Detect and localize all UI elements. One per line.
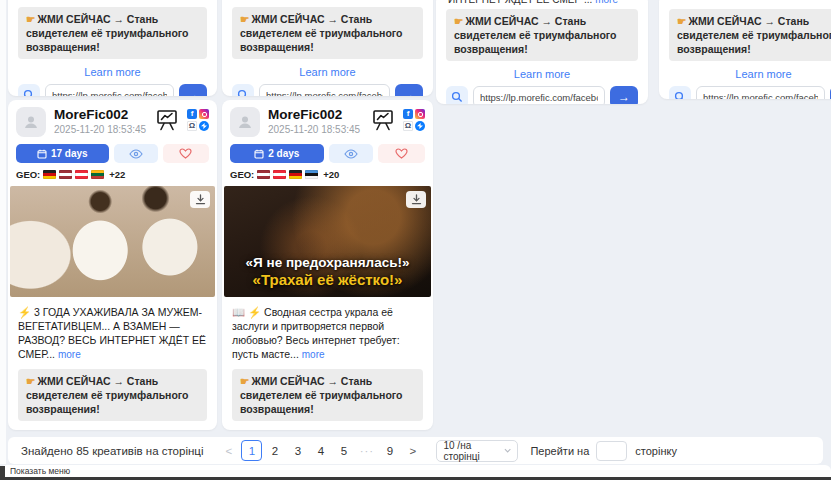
creative-image: «Я не предохранялась!» «Трахай её жёстко… <box>224 186 431 297</box>
search-icon[interactable] <box>232 84 254 96</box>
ad-headline: ☛ЖМИ СЕЙЧАС → Стань свидетелем её триумф… <box>18 369 207 421</box>
arrow-right-icon: → <box>403 88 415 96</box>
goto-page-input[interactable] <box>596 441 627 461</box>
goto-page-suffix: сторінку <box>635 445 677 457</box>
creative-image <box>10 186 215 297</box>
arrow-right-icon: → <box>187 88 199 96</box>
creative-card-2: MoreFic002 2025-11-20 18:53:45 f Ω 2 day… <box>222 100 433 430</box>
advertiser-name: MoreFic002 <box>268 107 371 122</box>
more-link[interactable]: more <box>58 349 81 360</box>
flag-at-icon <box>75 170 88 179</box>
advertiser-name: MoreFic002 <box>54 107 155 122</box>
download-image-button[interactable] <box>190 191 210 208</box>
landing-url-row: → <box>446 86 638 104</box>
bottom-menu-bar: Показать меню <box>0 465 831 477</box>
favorite-button[interactable] <box>378 144 425 163</box>
book-lightning-icon: 📖 ⚡ <box>232 306 261 318</box>
audience-network-icon: Ω <box>403 121 413 131</box>
geo-extra-count: +20 <box>323 169 339 180</box>
flag-at-icon <box>273 170 286 179</box>
ad-headline: ☛ЖМИ СЕЙЧАС → Стань свидетелем её триумф… <box>18 7 207 59</box>
more-pages-button[interactable]: ··· <box>356 440 377 461</box>
prev-page-button[interactable]: < <box>218 440 239 461</box>
geo-label: GEO: <box>16 169 40 180</box>
landing-url-row: → <box>669 86 831 99</box>
ad-headline: ☛ЖМИ СЕЙЧАС → Стань свидетелем её триумф… <box>446 9 638 61</box>
creative-datetime: 2025-11-20 18:53:45 <box>268 124 371 135</box>
search-icon[interactable] <box>669 86 691 99</box>
instagram-icon <box>199 109 209 119</box>
calendar-icon <box>37 149 47 159</box>
results-count: Знайдено 85 креативів на сторінці <box>21 445 203 457</box>
page-4-button[interactable]: 4 <box>310 440 331 461</box>
page-5-button[interactable]: 5 <box>333 440 354 461</box>
messenger-icon <box>415 121 425 131</box>
arrow-right-icon: → <box>618 90 630 104</box>
avatar <box>230 107 260 137</box>
ad-headline: ☛ЖМИ СЕЙЧАС → Стань свидетелем её триумф… <box>232 7 423 59</box>
advertiser-row: MoreFic002 2025-11-20 18:53:45 f Ω <box>8 100 217 137</box>
ad-headline: ☛ЖМИ СЕЙЧАС → Стань свидетелем её триумф… <box>669 9 831 61</box>
open-url-button[interactable]: → <box>610 86 638 104</box>
active-days-button[interactable]: 17 days <box>16 144 109 163</box>
facebook-icon: f <box>403 109 413 119</box>
landing-url-input[interactable] <box>473 86 605 104</box>
creative-datetime: 2025-11-20 18:53:45 <box>54 124 155 135</box>
more-link[interactable]: more <box>595 0 618 5</box>
clipped-text <box>671 0 831 6</box>
page-3-button[interactable]: 3 <box>287 440 308 461</box>
learn-more-link[interactable]: Learn more <box>8 66 217 78</box>
page-size-select[interactable]: 10 /на сторінці <box>436 440 518 462</box>
geo-label: GEO: <box>230 169 254 180</box>
page-2-button[interactable]: 2 <box>264 440 285 461</box>
learn-more-link[interactable]: Learn more <box>222 66 433 78</box>
learn-more-link[interactable]: Learn more <box>436 68 648 80</box>
landing-url-row: → <box>232 84 423 96</box>
ad-headline: ☛ЖМИ СЕЙЧАС → Стань свидетелем её триумф… <box>232 369 423 421</box>
preview-button[interactable] <box>114 144 158 163</box>
avatar <box>16 107 46 137</box>
open-url-button[interactable]: → <box>395 84 423 96</box>
presentation-chart-icon[interactable] <box>371 109 395 135</box>
collapsed-sidebar <box>0 0 6 464</box>
preview-button[interactable] <box>329 144 374 163</box>
clipped-text: ИНТЕРНЕТ ЖДЁТ ЕЁ СМЕР ...more <box>448 0 636 6</box>
active-days-button[interactable]: 2 days <box>230 144 324 163</box>
learn-more-link[interactable]: Learn more <box>659 68 831 80</box>
pointing-hand-icon: ☛ <box>240 375 249 387</box>
show-menu-button[interactable]: Показать меню <box>10 466 70 476</box>
next-page-button[interactable]: > <box>402 440 423 461</box>
more-link[interactable]: more <box>302 349 325 360</box>
search-icon[interactable] <box>18 84 40 96</box>
facebook-icon: f <box>187 109 197 119</box>
heart-icon <box>179 148 192 159</box>
favorite-button[interactable] <box>163 144 209 163</box>
image-overlay-text: «Я не предохранялась!» «Трахай её жёстко… <box>224 254 431 289</box>
flag-lv-icon <box>59 170 72 179</box>
landing-url-row: → <box>18 84 207 96</box>
eye-icon <box>344 149 358 159</box>
pointing-hand-icon: ☛ <box>677 15 686 27</box>
clipped-text <box>234 0 421 4</box>
page-1-button[interactable]: 1 <box>241 440 262 461</box>
geo-flags <box>43 170 104 179</box>
learn-more-link[interactable]: Learn more <box>8 428 217 430</box>
platforms: f Ω <box>187 109 209 131</box>
presentation-chart-icon[interactable] <box>155 109 179 135</box>
platforms: f Ω <box>403 109 425 131</box>
pagination-bar: Знайдено 85 креативів на сторінці < 1 2 … <box>8 437 823 464</box>
landing-url-input[interactable] <box>45 84 174 96</box>
page-9-button[interactable]: 9 <box>379 440 400 461</box>
landing-url-input[interactable] <box>259 84 390 96</box>
landing-url-input[interactable] <box>696 86 825 99</box>
geo-extra-count: +22 <box>109 169 125 180</box>
search-icon[interactable] <box>446 86 468 104</box>
flag-de-icon <box>43 170 56 179</box>
creative-card-top-3: ИНТЕРНЕТ ЖДЁТ ЕЁ СМЕР ...more ☛ЖМИ СЕЙЧА… <box>436 0 648 104</box>
open-url-button[interactable]: → <box>179 84 207 96</box>
download-image-button[interactable] <box>406 191 426 208</box>
geo-row: GEO: +22 <box>16 169 209 180</box>
learn-more-link[interactable]: Learn more <box>222 428 433 430</box>
goto-page-label: Перейти на <box>530 445 589 457</box>
chevron-down-icon <box>504 448 511 453</box>
